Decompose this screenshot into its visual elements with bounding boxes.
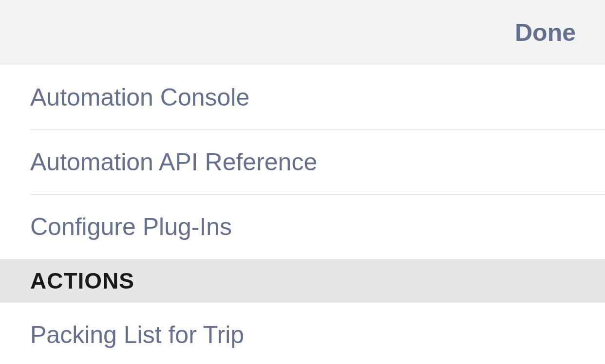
- list-item-label: Automation Console: [30, 83, 249, 111]
- list-item-packing-list-for-trip[interactable]: Packing List for Trip: [0, 303, 605, 364]
- section-header-label: ACTIONS: [30, 268, 134, 294]
- list-item-configure-plug-ins[interactable]: Configure Plug-Ins: [0, 195, 605, 259]
- done-button[interactable]: Done: [515, 18, 576, 47]
- section-header-actions: ACTIONS: [0, 259, 605, 303]
- list-item-automation-console[interactable]: Automation Console: [0, 65, 605, 129]
- list-item-label: Packing List for Trip: [30, 321, 244, 349]
- header: Done: [0, 0, 605, 65]
- list-item-label: Automation API Reference: [30, 148, 317, 176]
- list-item-automation-api-reference[interactable]: Automation API Reference: [0, 130, 605, 194]
- list-item-label: Configure Plug-Ins: [30, 213, 232, 241]
